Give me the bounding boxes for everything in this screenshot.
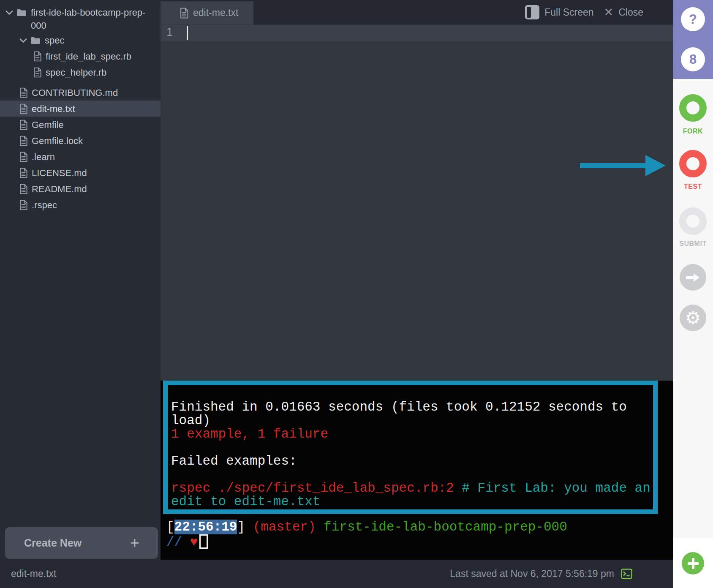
file-icon bbox=[19, 184, 27, 194]
status-bar: edit-me.txt Last saved at Nov 6, 2017 5:… bbox=[0, 560, 673, 588]
create-new-label: Create New bbox=[24, 537, 82, 549]
tree-item-label: edit-me.txt bbox=[32, 102, 75, 115]
chevron-down-icon bbox=[5, 10, 13, 15]
file-icon bbox=[180, 8, 188, 19]
terminal-output-line bbox=[171, 441, 653, 455]
last-saved-text: Last saved at Nov 6, 2017 5:56:19 pm bbox=[450, 568, 614, 580]
learn-ide-app: first-ide-lab-bootcamp-prep-000specfirst… bbox=[0, 0, 713, 588]
tree-item-label: .rspec bbox=[32, 199, 57, 212]
prompt-line-2: // ♥ bbox=[166, 534, 567, 550]
close-button[interactable]: ✕ Close bbox=[604, 7, 643, 18]
tree-item-label: Gemfile.lock bbox=[32, 134, 83, 147]
file-icon bbox=[19, 152, 27, 162]
tree-file-spec-helper-rb[interactable]: spec_helper.rb bbox=[0, 64, 161, 80]
test-label: TEST bbox=[673, 183, 713, 191]
test-output-highlight-box: Finished in 0.01663 seconds (files took … bbox=[163, 381, 658, 514]
chevron-down-icon bbox=[19, 38, 27, 43]
terminal-output-line bbox=[171, 468, 653, 482]
tree-file-license-md[interactable]: LICENSE.md bbox=[0, 165, 161, 181]
code-editor[interactable]: 1 bbox=[161, 24, 673, 381]
tree-file-edit-me-txt[interactable]: edit-me.txt bbox=[0, 101, 161, 117]
submit-button[interactable] bbox=[679, 207, 707, 235]
tab-label: edit-me.txt bbox=[193, 7, 238, 19]
tree-file--learn[interactable]: .learn bbox=[0, 149, 161, 165]
tree-item-label: .learn bbox=[32, 150, 55, 163]
tree-item-label: LICENSE.md bbox=[32, 166, 87, 180]
terminal-output-line: 1 example, 1 failure bbox=[171, 427, 653, 441]
terminal-prompt[interactable]: [22:56:19] (master) first-ide-lab-bootca… bbox=[163, 520, 567, 550]
notification-badge[interactable]: 8 bbox=[681, 47, 705, 71]
test-button[interactable] bbox=[679, 150, 707, 177]
tree-item-label: README.md bbox=[32, 182, 87, 196]
rspec-output: Finished in 0.01663 seconds (files took … bbox=[171, 400, 653, 509]
tree-item-label: first_ide_lab_spec.rb bbox=[46, 50, 131, 63]
file-icon bbox=[33, 51, 41, 62]
tree-file-contributing-md[interactable]: CONTRIBUTING.md bbox=[0, 84, 161, 101]
terminal-toggle-icon[interactable] bbox=[621, 569, 632, 579]
terminal-output-line: rspec ./spec/first_ide_lab_spec.rb:2 # F… bbox=[171, 482, 653, 509]
terminal-output-line: Failed examples: bbox=[171, 455, 653, 468]
tree-folder-first-ide-lab-bootcamp-prep-000[interactable]: first-ide-lab-bootcamp-prep-000 bbox=[0, 4, 161, 32]
text-cursor bbox=[187, 26, 188, 40]
gear-icon: ⚙ bbox=[685, 308, 701, 328]
file-icon bbox=[19, 120, 27, 130]
file-icon bbox=[19, 200, 27, 210]
file-icon bbox=[19, 168, 27, 178]
tree-item-label: spec bbox=[45, 34, 64, 47]
settings-button[interactable]: ⚙ bbox=[680, 305, 706, 331]
tab-edit-me-txt[interactable]: edit-me.txt bbox=[161, 1, 253, 24]
editor-column: edit-me.txt Full Screen ✕ Close 1 Finish… bbox=[161, 0, 673, 560]
file-icon bbox=[19, 87, 27, 98]
chevron-down-icon[interactable] bbox=[19, 34, 28, 47]
fullscreen-label: Full Screen bbox=[544, 7, 593, 18]
folder-icon bbox=[30, 36, 41, 45]
file-explorer-sidebar: first-ide-lab-bootcamp-prep-000specfirst… bbox=[0, 0, 161, 560]
terminal-cursor bbox=[199, 534, 208, 549]
file-tree: first-ide-lab-bootcamp-prep-000specfirst… bbox=[0, 0, 161, 213]
fork-label: FORK bbox=[673, 128, 713, 135]
create-new-button[interactable]: Create New + bbox=[5, 527, 158, 559]
last-saved-group: Last saved at Nov 6, 2017 5:56:19 pm bbox=[450, 568, 632, 580]
tree-item-label: Gemfile bbox=[32, 118, 64, 131]
fork-button[interactable] bbox=[679, 94, 707, 122]
line-number: 1 bbox=[166, 26, 173, 39]
file-icon bbox=[33, 67, 41, 78]
plus-icon bbox=[688, 558, 699, 569]
active-line-highlight bbox=[161, 25, 673, 41]
close-label: Close bbox=[618, 7, 643, 18]
close-icon: ✕ bbox=[604, 7, 614, 18]
prompt-line-1: [22:56:19] (master) first-ide-lab-bootca… bbox=[166, 520, 567, 534]
folder-icon bbox=[16, 8, 27, 17]
tree-file--rspec[interactable]: .rspec bbox=[0, 197, 161, 213]
tree-item-label: first-ide-lab-bootcamp-prep-000 bbox=[31, 6, 158, 32]
sidebar-footer bbox=[673, 538, 713, 588]
terminal-panel[interactable]: Finished in 0.01663 seconds (files took … bbox=[161, 381, 673, 560]
statusbar-filename: edit-me.txt bbox=[11, 568, 56, 580]
terminal-output-line: Finished in 0.01663 seconds (files took … bbox=[171, 400, 653, 427]
action-sidebar: ? 8 FORK TEST SUBMIT ⚙ bbox=[673, 0, 713, 588]
file-icon bbox=[19, 103, 27, 114]
file-icon bbox=[19, 136, 27, 146]
plus-icon: + bbox=[130, 534, 139, 552]
help-button[interactable]: ? bbox=[681, 7, 705, 31]
tree-item-label: CONTRIBUTING.md bbox=[32, 86, 118, 99]
help-header: ? 8 bbox=[673, 0, 713, 79]
fullscreen-icon bbox=[525, 5, 539, 19]
tab-actions: Full Screen ✕ Close bbox=[525, 0, 643, 24]
right-arrow-icon bbox=[686, 272, 700, 283]
next-lesson-button[interactable] bbox=[680, 264, 706, 291]
tab-bar: edit-me.txt Full Screen ✕ Close bbox=[161, 0, 673, 24]
tree-folder-spec[interactable]: spec bbox=[0, 32, 161, 48]
tree-item-label: spec_helper.rb bbox=[46, 66, 106, 79]
tree-file-readme-md[interactable]: README.md bbox=[0, 181, 161, 197]
submit-label: SUBMIT bbox=[673, 240, 713, 248]
add-button[interactable] bbox=[682, 552, 704, 574]
chevron-down-icon[interactable] bbox=[5, 6, 14, 19]
fullscreen-button[interactable]: Full Screen bbox=[525, 5, 593, 19]
tree-file-first-ide-lab-spec-rb[interactable]: first_ide_lab_spec.rb bbox=[0, 48, 161, 64]
tree-file-gemfile-lock[interactable]: Gemfile.lock bbox=[0, 133, 161, 149]
tree-file-gemfile[interactable]: Gemfile bbox=[0, 117, 161, 133]
